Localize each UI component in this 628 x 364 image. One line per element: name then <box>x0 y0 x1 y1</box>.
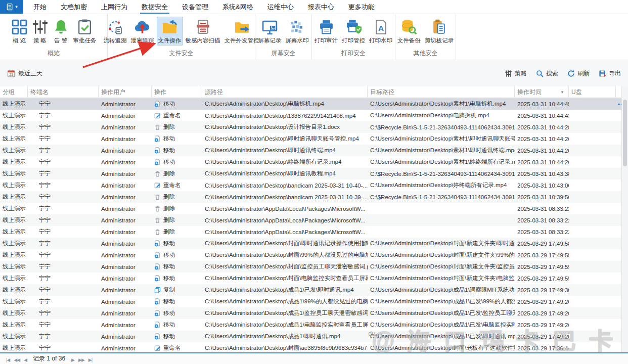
table-row[interactable]: 线上演示宁宁Administrator移动C:\Users\Administra… <box>0 296 628 307</box>
tab-web-behavior[interactable]: 上网行为 <box>94 0 134 14</box>
cell-operation: 删除 <box>152 203 202 214</box>
screen-record-button[interactable]: 屏幕记录 <box>257 17 283 46</box>
cell-target: C:\Users\Administrator\Desktop\成品1\洞察眼MI… <box>368 284 515 296</box>
cell-usb <box>569 331 628 342</box>
cell-group: 线上演示 <box>0 342 28 352</box>
cell-operation: 移动 <box>152 319 202 331</box>
leak-trace-button[interactable]: 泄密追踪 <box>129 17 156 46</box>
cell-source: C:\Users\Administrator\Desktop\bandicam … <box>202 179 368 191</box>
column-header-group[interactable]: 分组 <box>0 86 28 98</box>
sensitive-content-scan-button[interactable]: 敏感内容扫描 <box>184 17 222 46</box>
tab-system-network[interactable]: 系统&网络 <box>215 0 260 14</box>
pager-next-1[interactable]: ▶▶ <box>76 357 86 362</box>
policy-button[interactable]: 策略 <box>505 69 527 78</box>
ribbon-button-label: 泄密追踪 <box>131 37 154 44</box>
table-row[interactable]: 线上演示宁宁Administrator重命名C:\Users\Administr… <box>0 110 628 121</box>
tab-start[interactable]: 开始 <box>26 0 54 14</box>
tab-ops-center[interactable]: 运维中心 <box>260 0 301 14</box>
table-row[interactable]: 线上演示宁宁Administrator移动C:\Users\Administra… <box>0 331 628 342</box>
cell-time: 2025-03-31 08:33:22 <box>515 226 569 238</box>
table-row[interactable]: 线上演示宁宁Administrator移动C:\Users\Administra… <box>0 261 628 272</box>
refresh-button[interactable]: 刷新 <box>567 69 590 78</box>
print-watermark-button[interactable]: A打印水印 <box>368 17 394 46</box>
policy-button[interactable]: 策 略 <box>30 17 50 46</box>
table-row[interactable]: 线上演示宁宁Administrator移动C:\Users\Administra… <box>0 307 628 319</box>
table-row[interactable]: 线上演示宁宁Administrator重命名C:\Users\Administr… <box>0 342 628 352</box>
table-row[interactable]: 线上演示宁宁Administrator移动C:\Users\Administra… <box>0 238 628 249</box>
column-header-operation[interactable]: 操作 <box>152 86 202 98</box>
alert-button[interactable]: 告 警 <box>51 17 71 46</box>
move-icon <box>154 275 161 282</box>
folder-back-icon <box>161 19 178 35</box>
table-row[interactable]: 线上演示宁宁Administrator删除C:\Users\Administra… <box>0 226 628 238</box>
cell-time: 2025-03-31 08:33:22 <box>515 203 569 214</box>
column-header-usb[interactable]: U盘 <box>569 86 616 98</box>
cell-user: Administrator <box>99 214 152 226</box>
pager-prev-2[interactable]: ◀ <box>22 357 29 362</box>
vertical-scrollbar[interactable] <box>621 86 628 352</box>
table-row[interactable]: 线上演示宁宁Administrator删除C:\Users\Administra… <box>0 121 628 133</box>
flow-trace-button[interactable]: 流转追溯 <box>102 17 128 46</box>
time-filter-icon[interactable]: ▼ <box>560 90 564 95</box>
table-row[interactable]: 线上演示宁宁Administrator删除C:\Users\Administra… <box>0 203 628 214</box>
folder-out-icon <box>234 19 250 35</box>
cell-time: 2025-03-31 10:43:00 <box>515 179 569 191</box>
cell-user: Administrator <box>99 331 152 342</box>
file-backup-button[interactable]: 文件备份 <box>396 17 422 46</box>
table-row[interactable]: 线上演示宁宁Administrator移动C:\Users\Administra… <box>0 145 628 156</box>
export-button[interactable]: 导出 <box>599 69 621 78</box>
table-row[interactable]: 线上演示宁宁Administrator删除C:\Users\Administra… <box>0 191 628 203</box>
search-button[interactable]: 搜索 <box>536 69 558 78</box>
ribbon-group-print-security: 打印审计打印管控A打印水印打印安全 <box>312 14 395 60</box>
table-row[interactable]: 线上演示宁宁Administrator重命名C:\Users\Administr… <box>0 179 628 191</box>
app-menu-button[interactable]: ▾ <box>0 0 23 14</box>
cell-target: C:\Users\Administrator\Desktop\素材1\婷终端所有… <box>368 156 515 168</box>
column-header-user[interactable]: 操作用户 <box>99 86 152 98</box>
clipboard-record-button[interactable]: 剪切板记录 <box>423 17 456 46</box>
ribbon-button-label: 文件外发管控 <box>225 37 259 44</box>
ribbon-button-label: 打印管控 <box>342 37 365 44</box>
approval-tasks-button[interactable]: 审批任务 <box>72 17 98 46</box>
cell-operation: 移动 <box>152 249 202 261</box>
table-row[interactable]: 线上演示宁宁Administrator移动C:\Users\Administra… <box>0 249 628 261</box>
cell-group: 线上演示 <box>0 214 28 226</box>
cell-user: Administrator <box>99 284 152 296</box>
tab-more-features[interactable]: 更多功能 <box>341 0 382 14</box>
table-row[interactable]: 线上演示宁宁Administrator删除C:\Users\Administra… <box>0 214 628 226</box>
date-range-filter[interactable]: 23 最近三天 <box>7 69 42 78</box>
operation-label: 移动 <box>163 321 175 329</box>
table-row[interactable]: 线上演示宁宁Administrator移动C:\Users\Administra… <box>0 98 628 110</box>
pager-next-2[interactable]: ▶| <box>86 357 94 362</box>
print-audit-button[interactable]: 打印审计 <box>313 17 339 46</box>
table-row[interactable]: 线上演示宁宁Administrator移动C:\Users\Administra… <box>0 156 628 168</box>
table-row[interactable]: 线上演示宁宁Administrator删除C:\Users\Administra… <box>0 168 628 179</box>
table-row[interactable]: 线上演示宁宁Administrator移动C:\Users\Administra… <box>0 319 628 331</box>
cell-source: C:\Users\Administrator\Desktop\婷终端所有记录.m… <box>202 156 368 168</box>
tab-device-management[interactable]: 设备管理 <box>175 0 215 14</box>
scrollbar-thumb[interactable] <box>623 100 627 166</box>
file-operations-button[interactable]: 文件操作 <box>157 17 183 46</box>
table-row[interactable]: 线上演示宁宁Administrator移动C:\Users\Administra… <box>0 272 628 284</box>
cell-user: Administrator <box>99 342 152 352</box>
pager-prev-1[interactable]: ◀◀ <box>12 357 22 362</box>
cell-usb <box>569 179 628 191</box>
pager-next-0[interactable]: ▶ <box>69 357 76 362</box>
column-header-time[interactable]: 操作时间▼ <box>515 86 569 98</box>
table-row[interactable]: 线上演示宁宁Administrator移动C:\Users\Administra… <box>0 133 628 145</box>
table-row[interactable]: 线上演示宁宁Administrator复制C:\Users\Administra… <box>0 284 628 296</box>
overview-button[interactable]: 概 览 <box>10 17 29 46</box>
tab-data-security[interactable]: 数据安全 <box>134 0 175 14</box>
screen-watermark-button[interactable]: 屏幕水印 <box>284 17 310 46</box>
cell-terminal: 宁宁 <box>28 238 99 249</box>
pager-prev-0[interactable]: |◀ <box>4 357 12 362</box>
tab-report-center[interactable]: 报表中心 <box>301 0 341 14</box>
column-header-source[interactable]: 源路径 <box>202 86 368 98</box>
tab-doc-encryption[interactable]: 文档加密 <box>54 0 94 14</box>
cell-source: C:\Users\Administrator\Desktop\133876229… <box>202 110 368 121</box>
column-header-terminal[interactable]: 终端名 <box>28 86 99 98</box>
cell-usb <box>569 156 628 168</box>
clipboard-check-icon <box>76 19 93 35</box>
column-header-target[interactable]: 目标路径 <box>368 86 515 98</box>
cell-group: 线上演示 <box>0 191 28 203</box>
print-control-button[interactable]: 打印管控 <box>340 17 367 46</box>
